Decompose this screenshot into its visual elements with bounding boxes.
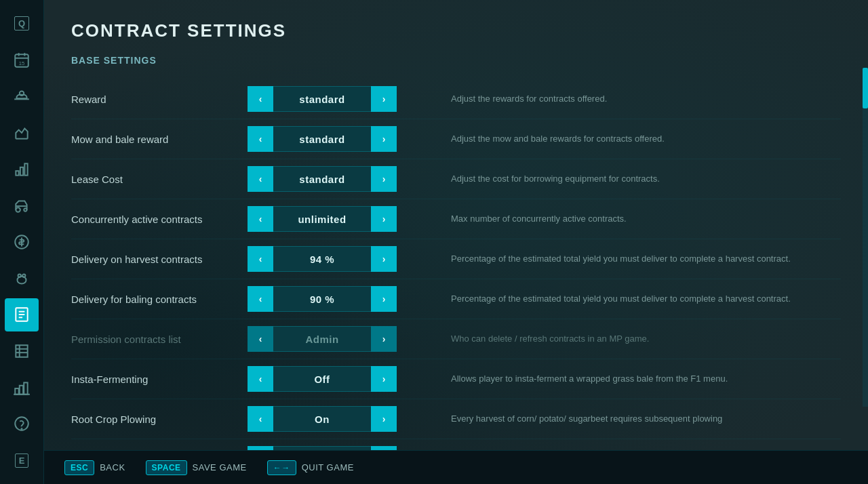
setting-desc-reward: Adjust the rewards for contracts offered… bbox=[451, 93, 841, 105]
sidebar-item-log[interactable] bbox=[5, 334, 39, 368]
setting-prev-mow-bale-reward[interactable]: ‹ bbox=[248, 126, 273, 152]
farm-icon bbox=[13, 124, 31, 142]
page-title: CONTRACT SETTINGS bbox=[71, 20, 841, 41]
quit-badge: ←→ bbox=[267, 460, 296, 475]
setting-next-lease-cost[interactable]: › bbox=[371, 166, 397, 192]
setting-desc-permission-contracts: Who can delete / refresh contracts in an… bbox=[451, 333, 841, 345]
finance-icon bbox=[13, 233, 31, 251]
sidebar-item-vehicles[interactable] bbox=[5, 188, 39, 222]
svg-rect-29 bbox=[24, 382, 27, 394]
sidebar-item-q[interactable]: Q bbox=[5, 7, 39, 41]
setting-desc-delivery-harvest: Percentage of the estimated total yield … bbox=[451, 253, 841, 265]
setting-control-root-crop-plowing: ‹ On › bbox=[248, 406, 397, 432]
quit-hotkey[interactable]: ←→ QUIT GAME bbox=[267, 460, 354, 475]
setting-value-delivery-harvest: 94 % bbox=[273, 246, 371, 272]
svg-rect-27 bbox=[15, 388, 18, 395]
svg-text:15: 15 bbox=[19, 60, 24, 66]
sidebar: Q 15 bbox=[0, 0, 44, 484]
setting-label-mow-bale-reward: Mow and bale reward bbox=[71, 134, 248, 145]
log-icon bbox=[13, 342, 31, 360]
setting-row-lease-cost: Lease Cost ‹ standard › Adjust the cost … bbox=[71, 159, 841, 199]
save-hotkey[interactable]: SPACE SAVE GAME bbox=[146, 460, 247, 475]
setting-next-reward[interactable]: › bbox=[371, 86, 397, 112]
setting-value-insta-fermenting: Off bbox=[273, 366, 371, 392]
weather-icon bbox=[13, 87, 31, 105]
setting-label-reward: Reward bbox=[71, 94, 248, 105]
setting-prev-permission-contracts[interactable]: ‹ bbox=[248, 326, 273, 352]
quit-label: QUIT GAME bbox=[302, 462, 354, 472]
setting-label-insta-fermenting: Insta-Fermenting bbox=[71, 374, 248, 385]
setting-next-mow-bale-reward[interactable]: › bbox=[371, 126, 397, 152]
setting-row-concurrent-contracts: Concurrently active contracts ‹ unlimite… bbox=[71, 199, 841, 239]
bottom-bar: ESC BACK SPACE SAVE GAME ←→ QUIT GAME bbox=[44, 450, 868, 484]
svg-rect-9 bbox=[20, 167, 23, 175]
stats-icon bbox=[13, 161, 31, 178]
setting-prev-concurrent-contracts[interactable]: ‹ bbox=[248, 206, 273, 232]
setting-prev-lease-cost[interactable]: ‹ bbox=[248, 166, 273, 192]
setting-control-delivery-baling: ‹ 90 % › bbox=[248, 286, 397, 312]
setting-prev-insta-fermenting[interactable]: ‹ bbox=[248, 366, 273, 392]
setting-control-reward: ‹ standard › bbox=[248, 86, 397, 112]
sidebar-item-production[interactable] bbox=[5, 371, 39, 405]
setting-control-mow-bale-reward: ‹ standard › bbox=[248, 126, 397, 152]
setting-control-concurrent-contracts: ‹ unlimited › bbox=[248, 206, 397, 232]
setting-desc-concurrent-contracts: Max number of concurrently active contra… bbox=[451, 213, 841, 225]
esc-badge: ESC bbox=[64, 460, 94, 475]
setting-desc-delivery-baling: Percentage of the estimated total yield … bbox=[451, 293, 841, 305]
setting-prev-reward[interactable]: ‹ bbox=[248, 86, 273, 112]
sidebar-item-farm[interactable] bbox=[5, 116, 39, 150]
setting-next-delivery-harvest[interactable]: › bbox=[371, 246, 397, 272]
setting-control-lease-cost: ‹ standard › bbox=[248, 166, 397, 192]
setting-value-concurrent-contracts: unlimited bbox=[273, 206, 371, 232]
setting-control-permission-contracts: ‹ Admin › bbox=[248, 326, 397, 352]
space-badge: SPACE bbox=[146, 460, 187, 475]
contracts-icon bbox=[13, 306, 31, 323]
setting-prev-delivery-harvest[interactable]: ‹ bbox=[248, 246, 273, 272]
setting-label-root-crop-plowing: Root Crop Plowing bbox=[71, 414, 248, 425]
section-title: BASE SETTINGS bbox=[71, 55, 841, 66]
svg-point-32 bbox=[21, 428, 22, 429]
setting-label-concurrent-contracts: Concurrently active contracts bbox=[71, 214, 248, 225]
sidebar-item-e[interactable]: E bbox=[5, 443, 39, 477]
sidebar-item-finance[interactable] bbox=[5, 225, 39, 259]
setting-row-reward: Reward ‹ standard › Adjust the rewards f… bbox=[71, 79, 841, 119]
setting-label-lease-cost: Lease Cost bbox=[71, 174, 248, 185]
sidebar-item-help[interactable] bbox=[5, 407, 39, 441]
setting-value-delivery-baling: 90 % bbox=[273, 286, 371, 312]
setting-prev-delivery-baling[interactable]: ‹ bbox=[248, 286, 273, 312]
svg-point-16 bbox=[18, 274, 21, 277]
setting-row-root-crop-plowing: Root Crop Plowing ‹ On › Every harvest o… bbox=[71, 399, 841, 439]
sidebar-item-calendar[interactable]: 15 bbox=[5, 43, 39, 77]
setting-next-insta-fermenting[interactable]: › bbox=[371, 366, 397, 392]
sidebar-item-weather[interactable] bbox=[5, 79, 39, 113]
setting-label-delivery-baling: Delivery for baling contracts bbox=[71, 294, 248, 305]
setting-value-root-crop-plowing: On bbox=[273, 406, 371, 432]
setting-control-insta-fermenting: ‹ Off › bbox=[248, 366, 397, 392]
setting-prev-root-crop-plowing[interactable]: ‹ bbox=[248, 406, 273, 432]
setting-value-lease-cost: standard bbox=[273, 166, 371, 192]
setting-row-permission-contracts: Permission contracts list ‹ Admin › Who … bbox=[71, 319, 841, 359]
help-icon bbox=[13, 415, 31, 432]
setting-desc-root-crop-plowing: Every harvest of corn/ potato/ sugarbeet… bbox=[451, 413, 841, 425]
setting-desc-lease-cost: Adjust the cost for borrowing equipment … bbox=[451, 173, 841, 185]
calendar-icon: 15 bbox=[13, 52, 31, 69]
sidebar-item-contracts[interactable] bbox=[5, 298, 39, 332]
setting-row-mow-bale-reward: Mow and bale reward ‹ standard › Adjust … bbox=[71, 119, 841, 159]
e-icon: E bbox=[15, 453, 29, 468]
setting-next-concurrent-contracts[interactable]: › bbox=[371, 206, 397, 232]
setting-desc-mow-bale-reward: Adjust the mow and bale rewards for cont… bbox=[451, 133, 841, 145]
animals-icon bbox=[13, 270, 31, 287]
setting-row-delivery-baling: Delivery for baling contracts ‹ 90 % › P… bbox=[71, 279, 841, 319]
setting-next-permission-contracts[interactable]: › bbox=[371, 326, 397, 352]
back-hotkey[interactable]: ESC BACK bbox=[64, 460, 125, 475]
setting-label-permission-contracts: Permission contracts list bbox=[71, 334, 248, 345]
setting-label-delivery-harvest: Delivery on harvest contracts bbox=[71, 254, 248, 265]
svg-rect-10 bbox=[24, 163, 27, 175]
setting-row-insta-fermenting: Insta-Fermenting ‹ Off › Allows player t… bbox=[71, 359, 841, 399]
setting-next-delivery-baling[interactable]: › bbox=[371, 286, 397, 312]
sidebar-item-stats[interactable] bbox=[5, 153, 39, 186]
setting-next-root-crop-plowing[interactable]: › bbox=[371, 406, 397, 432]
sidebar-item-animals[interactable] bbox=[5, 262, 39, 296]
svg-point-17 bbox=[22, 274, 25, 277]
setting-row-delivery-harvest: Delivery on harvest contracts ‹ 94 % › P… bbox=[71, 239, 841, 279]
